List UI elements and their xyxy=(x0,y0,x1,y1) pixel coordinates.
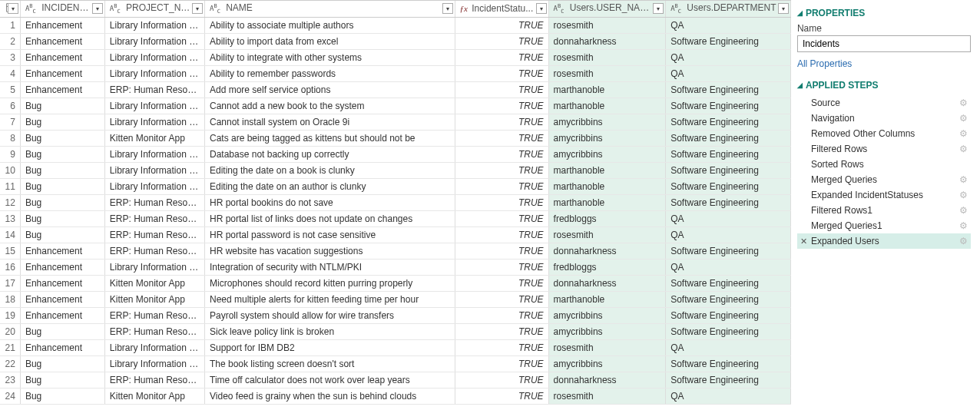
table-row[interactable]: 7BugLibrary Information Sys...Cannot ins… xyxy=(0,114,790,130)
applied-step[interactable]: ✕Filtered Rows1⚙ xyxy=(797,203,971,218)
cell-incident-status[interactable]: TRUE xyxy=(455,355,548,372)
cell-department[interactable]: Software Engineering xyxy=(666,146,791,162)
filter-icon[interactable]: ▾ xyxy=(536,3,547,14)
table-row[interactable]: 23BugERP: Human ResourcesTime off calcul… xyxy=(0,372,790,388)
cell-incident-status[interactable]: TRUE xyxy=(455,98,548,114)
cell-name[interactable]: Payroll system should allow for wire tra… xyxy=(205,307,455,323)
cell-incident-type[interactable]: Bug xyxy=(20,355,104,372)
cell-user-name[interactable]: marthanoble xyxy=(548,162,666,178)
cell-user-name[interactable]: amycribbins xyxy=(548,114,666,130)
gear-icon[interactable]: ⚙ xyxy=(959,205,968,216)
table-menu-icon[interactable]: ▾ xyxy=(8,3,18,14)
cell-project-name[interactable]: Library Information Sys... xyxy=(104,162,204,178)
cell-project-name[interactable]: Library Information Sys... xyxy=(104,259,204,275)
cell-project-name[interactable]: ERP: Human Resources xyxy=(104,323,204,339)
table-row[interactable]: 2EnhancementLibrary Information Sys...Ab… xyxy=(0,33,790,49)
filter-icon[interactable]: ▾ xyxy=(442,3,453,14)
cell-incident-status[interactable]: TRUE xyxy=(455,339,548,355)
cell-user-name[interactable]: rosesmith xyxy=(548,65,666,81)
cell-incident-type[interactable]: Enhancement xyxy=(20,291,104,307)
cell-incident-type[interactable]: Bug xyxy=(20,194,104,210)
filter-icon[interactable]: ▾ xyxy=(778,3,789,14)
applied-step[interactable]: ✕Merged Queries⚙ xyxy=(797,172,971,187)
applied-step[interactable]: ✕Removed Other Columns⚙ xyxy=(797,126,971,141)
table-row[interactable]: 11BugLibrary Information Sys...Editing t… xyxy=(0,178,790,194)
cell-name[interactable]: Ability to remember passwords xyxy=(205,65,455,81)
applied-step[interactable]: ✕Filtered Rows⚙ xyxy=(797,141,971,157)
row-number[interactable]: 17 xyxy=(0,275,20,291)
row-number[interactable]: 20 xyxy=(0,323,20,339)
cell-incident-type[interactable]: Enhancement xyxy=(20,339,104,355)
cell-incident-type[interactable]: Bug xyxy=(20,114,104,130)
delete-step-icon[interactable]: ✕ xyxy=(800,236,807,246)
row-number[interactable]: 16 xyxy=(0,259,20,275)
applied-step[interactable]: ✕Source⚙ xyxy=(797,95,971,111)
cell-department[interactable]: Software Engineering xyxy=(666,243,791,259)
cell-name[interactable]: Editing the date on an author is clunky xyxy=(205,178,455,194)
table-row[interactable]: 20BugERP: Human ResourcesSick leave poli… xyxy=(0,323,790,339)
filter-icon[interactable]: ▾ xyxy=(653,3,664,14)
cell-user-name[interactable]: donnaharkness xyxy=(548,33,666,49)
cell-department[interactable]: Software Engineering xyxy=(666,98,791,114)
row-number[interactable]: 13 xyxy=(0,210,20,226)
cell-project-name[interactable]: Library Information Sys... xyxy=(104,98,204,114)
cell-project-name[interactable]: ERP: Human Resources xyxy=(104,81,204,98)
row-number[interactable]: 19 xyxy=(0,307,20,323)
cell-user-name[interactable]: amycribbins xyxy=(548,146,666,162)
all-properties-link[interactable]: All Properties xyxy=(797,58,852,69)
cell-user-name[interactable]: rosesmith xyxy=(548,49,666,65)
cell-user-name[interactable]: rosesmith xyxy=(548,17,666,33)
row-number[interactable]: 18 xyxy=(0,291,20,307)
table-row[interactable]: 6BugLibrary Information Sys...Cannot add… xyxy=(0,98,790,114)
cell-user-name[interactable]: fredbloggs xyxy=(548,259,666,275)
cell-name[interactable]: Cats are being tagged as kittens but sho… xyxy=(205,130,455,146)
cell-name[interactable]: Microphones should record kitten purring… xyxy=(205,275,455,291)
cell-incident-status[interactable]: TRUE xyxy=(455,146,548,162)
applied-steps-heading[interactable]: ◢ APPLIED STEPS xyxy=(797,80,971,91)
cell-project-name[interactable]: Kitten Monitor App xyxy=(104,275,204,291)
cell-project-name[interactable]: Library Information Sys... xyxy=(104,65,204,81)
table-row[interactable]: 4EnhancementLibrary Information Sys...Ab… xyxy=(0,65,790,81)
cell-name[interactable]: Add more self service options xyxy=(205,81,455,98)
cell-name[interactable]: Integration of security with NTLM/PKI xyxy=(205,259,455,275)
gear-icon[interactable]: ⚙ xyxy=(959,113,968,124)
cell-department[interactable]: Software Engineering xyxy=(666,178,791,194)
cell-name[interactable]: Ability to integrate with other systems xyxy=(205,49,455,65)
cell-user-name[interactable]: rosesmith xyxy=(548,388,666,404)
cell-incident-type[interactable]: Bug xyxy=(20,323,104,339)
row-number[interactable]: 7 xyxy=(0,114,20,130)
cell-project-name[interactable]: Kitten Monitor App xyxy=(104,388,204,404)
cell-incident-status[interactable]: TRUE xyxy=(455,81,548,98)
table-row[interactable]: 5EnhancementERP: Human ResourcesAdd more… xyxy=(0,81,790,98)
cell-name[interactable]: HR portal password is not case sensitive xyxy=(205,226,455,243)
cell-name[interactable]: Cannot install system on Oracle 9i xyxy=(205,114,455,130)
cell-department[interactable]: QA xyxy=(666,388,791,404)
cell-incident-type[interactable]: Bug xyxy=(20,178,104,194)
cell-name[interactable]: The book listing screen doesn't sort xyxy=(205,355,455,372)
cell-incident-status[interactable]: TRUE xyxy=(455,323,548,339)
table-row[interactable]: 3EnhancementLibrary Information Sys...Ab… xyxy=(0,49,790,65)
filter-icon[interactable]: ▾ xyxy=(192,3,203,14)
cell-user-name[interactable]: marthanoble xyxy=(548,291,666,307)
row-number[interactable]: 3 xyxy=(0,49,20,65)
cell-name[interactable]: Ability to associate multiple authors xyxy=(205,17,455,33)
cell-user-name[interactable]: amycribbins xyxy=(548,307,666,323)
cell-department[interactable]: Software Engineering xyxy=(666,81,791,98)
cell-user-name[interactable]: marthanoble xyxy=(548,81,666,98)
cell-incident-type[interactable]: Enhancement xyxy=(20,65,104,81)
cell-incident-type[interactable]: Enhancement xyxy=(20,33,104,49)
cell-user-name[interactable]: amycribbins xyxy=(548,355,666,372)
cell-department[interactable]: QA xyxy=(666,259,791,275)
cell-incident-status[interactable]: TRUE xyxy=(455,65,548,81)
cell-incident-status[interactable]: TRUE xyxy=(455,243,548,259)
row-number[interactable]: 14 xyxy=(0,226,20,243)
cell-user-name[interactable]: donnaharkness xyxy=(548,243,666,259)
cell-user-name[interactable]: fredbloggs xyxy=(548,210,666,226)
table-row[interactable]: 1EnhancementLibrary Information Sys...Ab… xyxy=(0,17,790,33)
cell-incident-status[interactable]: TRUE xyxy=(455,178,548,194)
col-project-name[interactable]: ABC PROJECT_NAME ▾ xyxy=(104,1,204,17)
col-incident-status[interactable]: ƒx IncidentStatu... ▾ xyxy=(455,1,548,17)
cell-department[interactable]: Software Engineering xyxy=(666,114,791,130)
table-row[interactable]: 22BugLibrary Information Sys...The book … xyxy=(0,355,790,372)
table-row[interactable]: 9BugLibrary Information Sys...Database n… xyxy=(0,146,790,162)
